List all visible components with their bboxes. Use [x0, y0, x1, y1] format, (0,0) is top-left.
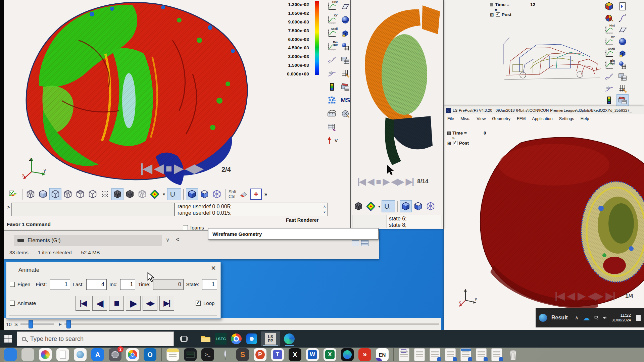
settings-ball-icon[interactable] — [340, 108, 351, 119]
foams-checkbox[interactable] — [183, 225, 188, 230]
terminal-icon[interactable]: >_ — [201, 348, 214, 361]
post-checkbox[interactable] — [453, 141, 457, 145]
command-history[interactable]: range userdef 0 0.005; range userdef 0 0… — [175, 203, 328, 216]
binout-plot-icon[interactable]: BinOut — [326, 41, 338, 52]
stop-button[interactable] — [376, 177, 381, 186]
dark-mesh-cube2-icon[interactable] — [124, 189, 136, 200]
photos-app-icon[interactable] — [39, 348, 52, 361]
last-frame-button[interactable] — [159, 296, 174, 311]
menu-geometry[interactable]: Geometry — [492, 116, 510, 121]
loop-checkbox[interactable] — [196, 301, 201, 306]
back-chevron[interactable]: < — [176, 236, 180, 243]
fringe-dropdown-icon[interactable] — [378, 205, 381, 208]
helmet-model[interactable] — [353, 2, 441, 174]
recent-document[interactable] — [430, 348, 440, 361]
notes-app-icon[interactable] — [166, 348, 179, 361]
fringe-noise-icon[interactable] — [326, 95, 338, 106]
stop-button[interactable] — [109, 296, 124, 311]
eraser-tool-icon[interactable] — [238, 189, 249, 200]
partial-shade-icon[interactable] — [199, 189, 210, 200]
model-color-cube-icon[interactable] — [603, 1, 615, 12]
partial-shade-icon[interactable] — [412, 201, 424, 212]
animate-checkbox[interactable] — [10, 301, 15, 306]
volume-icon[interactable] — [603, 315, 607, 321]
bounce-button[interactable] — [143, 296, 157, 311]
result-app-icon[interactable] — [539, 314, 547, 322]
preview-app-icon[interactable] — [74, 348, 87, 361]
clapper-icon[interactable] — [340, 81, 351, 93]
quad-element-icon[interactable] — [617, 24, 628, 36]
tree-expand-icon[interactable]: ⊞ — [447, 141, 451, 146]
edge-icon[interactable] — [283, 331, 295, 346]
mesh-cube-icon[interactable] — [353, 201, 364, 212]
address-bar[interactable]: Elements (G:) — [14, 235, 162, 246]
xy-plot-icon[interactable]: XY — [603, 36, 615, 47]
step-button[interactable] — [185, 162, 202, 174]
menu-view[interactable]: View — [477, 116, 486, 121]
window-titlebar[interactable]: L LS-PrePost(R) V4.3.20 - 09Jan2018-64bi… — [444, 106, 644, 114]
playback-controls[interactable] — [140, 162, 203, 174]
first-frame-button[interactable] — [76, 296, 90, 311]
add-plus-icon[interactable]: + — [250, 189, 262, 200]
eigen-checkbox[interactable] — [10, 282, 15, 287]
scroll-down-icon[interactable] — [323, 209, 326, 214]
frame-slider-handle[interactable] — [66, 320, 71, 328]
binout-plot-icon[interactable]: BinOut — [603, 59, 615, 71]
playback-ghost[interactable] — [555, 291, 615, 301]
stop-button[interactable] — [165, 163, 171, 174]
colorbar-icon[interactable] — [603, 95, 615, 106]
play-button[interactable] — [383, 177, 389, 186]
user-defined-button[interactable]: U。 — [382, 201, 395, 212]
command-input[interactable] — [11, 203, 175, 216]
table-arrow-icon[interactable] — [326, 121, 338, 133]
time-input[interactable]: 0 — [153, 279, 183, 290]
excel-icon[interactable]: X — [324, 348, 336, 361]
sphere-icon[interactable] — [617, 36, 628, 47]
last-state-button[interactable] — [406, 177, 413, 186]
monitor-app-icon[interactable] — [184, 348, 197, 361]
wire-cube-icon[interactable] — [87, 189, 98, 200]
chrome-dock-icon[interactable] — [126, 348, 139, 361]
ascii-plot-icon[interactable]: Ascii — [603, 48, 615, 59]
mesh-cube-icon[interactable] — [25, 189, 36, 200]
spline-curve-icon[interactable] — [617, 12, 628, 24]
teams-icon[interactable]: T — [271, 348, 284, 361]
recent-document[interactable] — [414, 348, 425, 361]
menu-misc[interactable]: Misc. — [460, 116, 470, 121]
keyboard-icon[interactable] — [326, 108, 338, 119]
ms-tool-icon[interactable]: MS — [340, 95, 351, 106]
first-state-button[interactable] — [357, 177, 365, 186]
files-app-icon[interactable] — [21, 348, 34, 361]
search-box[interactable]: Type here to search — [17, 331, 174, 346]
lsprepost-taskbar-icon[interactable]: LSPP — [261, 331, 280, 346]
play-button[interactable] — [126, 296, 141, 311]
trash-icon[interactable] — [507, 348, 519, 361]
finder-partial-icon[interactable] — [4, 348, 17, 361]
state-input[interactable]: 1 — [202, 279, 217, 290]
onedrive-icon[interactable]: ☁ — [583, 314, 590, 321]
shaded-cube-icon[interactable] — [37, 189, 49, 200]
frame-slider[interactable] — [64, 323, 439, 325]
solid-box-icon[interactable] — [340, 28, 351, 39]
document-app-icon[interactable] — [56, 348, 69, 361]
shaded-view-icon[interactable] — [400, 201, 411, 212]
menu-file[interactable]: File — [447, 116, 454, 121]
appstore-icon[interactable]: A — [91, 348, 104, 361]
ascii-plot-icon[interactable]: Ascii — [326, 28, 338, 39]
first-state-button[interactable] — [140, 162, 152, 174]
page-flip-icon[interactable] — [617, 1, 628, 12]
start-button[interactable] — [2, 331, 14, 346]
hidden-icons-chevron[interactable] — [575, 315, 579, 321]
recent-document[interactable] — [491, 348, 502, 361]
foams-option[interactable]: foams — [183, 225, 204, 230]
task-view-button[interactable] — [178, 331, 190, 346]
table-copy-icon[interactable] — [340, 54, 351, 66]
menu-application[interactable]: Application — [532, 116, 552, 121]
previous-state-button[interactable] — [154, 162, 163, 174]
sphere-grid-icon[interactable] — [340, 41, 351, 52]
toolbar-more-chevrons[interactable]: » — [263, 191, 267, 197]
command-history[interactable]: state 6; state 8; — [387, 215, 442, 228]
shaded-cube-selected-icon[interactable] — [50, 189, 61, 200]
wireframe-view-icon[interactable] — [425, 201, 436, 212]
post-checkbox[interactable] — [496, 12, 500, 17]
